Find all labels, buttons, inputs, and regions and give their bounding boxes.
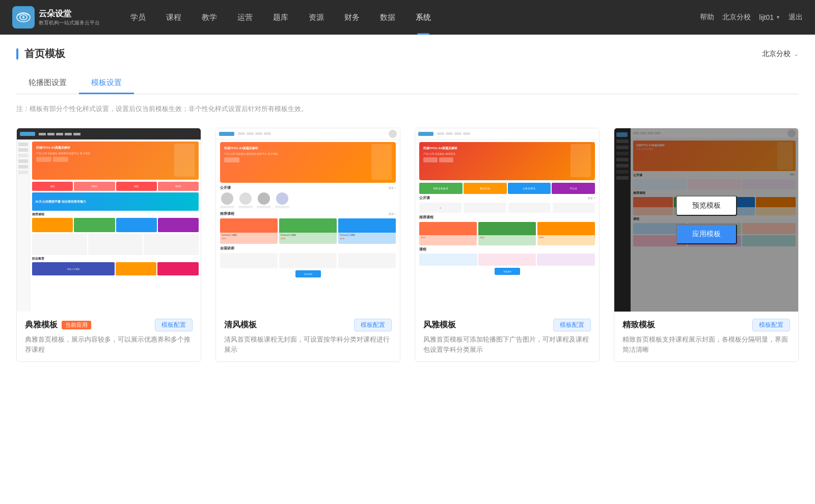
template-name-fengya: 风雅模板 — [423, 320, 456, 330]
template-info-qingfeng: 清风模板 模板配置 清风首页模板课程无封面，可设置按学科分类对课程进行展示 — [216, 312, 400, 361]
navbar-right: 帮助 北京分校 lijt01 退出 — [700, 13, 803, 22]
tab-carousel[interactable]: 轮播图设置 — [16, 73, 79, 94]
nav-teaching[interactable]: 教学 — [192, 0, 227, 35]
template-card-qingfeng[interactable]: 托福TPO1-S4真题及解析 产品·心理·Q设施化·成绩英语·体验平台·客户满意… — [215, 128, 400, 362]
template-preview-fengya: 托福TPO1-S4真题及解析 产品·心理·Q设施化·成绩英语 考研全程备 — [415, 128, 599, 312]
logo-icon — [12, 6, 35, 29]
template-card-fengya[interactable]: 托福TPO1-S4真题及解析 产品·心理·Q设施化·成绩英语 考研全程备 — [415, 128, 600, 362]
help-link[interactable]: 帮助 — [700, 13, 714, 22]
nav-courses[interactable]: 课程 — [156, 0, 192, 35]
svg-point-2 — [22, 16, 24, 18]
nav-operations[interactable]: 运营 — [227, 0, 263, 35]
template-card-jingzhi[interactable]: 托福TPO1-S4真题及解析 产品·心理·Q设施化 公开课更多 > — [614, 128, 799, 362]
template-overlay-jingzhi: 预览模板 应用模板 — [614, 128, 798, 312]
nav-data[interactable]: 数据 — [370, 0, 405, 35]
tab-template[interactable]: 模板设置 — [79, 73, 134, 94]
template-title-row-fengya: 风雅模板 模板配置 — [423, 319, 591, 331]
template-title-left-fengya: 风雅模板 — [423, 320, 456, 330]
nav-resources[interactable]: 资源 — [298, 0, 334, 35]
user-menu[interactable]: lijt01 — [759, 13, 780, 21]
logo[interactable]: 云朵设堂 教育机构一站式服务云平台 — [12, 6, 100, 29]
template-desc-fengya: 风雅首页模板可添加轮播图下广告图片，可对课程及课程包设置学科分类展示 — [423, 334, 591, 354]
navbar-nav: 学员 课程 教学 运营 题库 资源 财务 数据 系统 — [120, 0, 700, 35]
template-title-left-jingzhi: 精致模板 — [622, 320, 655, 330]
template-desc-jingzhi: 精致首页模板支持课程展示封面，各模板分隔明显，界面简洁清晰 — [622, 334, 790, 354]
nav-finance[interactable]: 财务 — [334, 0, 370, 35]
template-card-dianyan[interactable]: 托福TPO1-S4真题及解析 产品·心理·Q设施化·成绩英语·体验平台·客户满意 — [16, 128, 201, 362]
note-text: 注：模板有部分个性化样式设置，设置后仅当前模板生效；非个性化样式设置后针对所有模… — [16, 104, 799, 114]
page-title: 首页模板 — [24, 47, 65, 61]
config-button-fengya[interactable]: 模板配置 — [553, 319, 591, 331]
logo-text: 云朵设堂 教育机构一站式服务云平台 — [39, 9, 100, 26]
template-title-left-qingfeng: 清风模板 — [224, 320, 257, 330]
current-badge-dianyan: 当前应用 — [62, 321, 91, 329]
config-button-dianyan[interactable]: 模板配置 — [155, 319, 193, 331]
page-content: 首页模板 北京分校 ⌄ 轮播图设置 模板设置 注：模板有部分个性化样式设置，设置… — [0, 35, 815, 504]
branch-selector[interactable]: 北京分校 ⌄ — [762, 49, 799, 59]
config-button-jingzhi[interactable]: 模板配置 — [752, 319, 790, 331]
template-preview-qingfeng: 托福TPO1-S4真题及解析 产品·心理·Q设施化·成绩英语·体验平台·客户满意… — [216, 128, 400, 312]
template-title-left: 典雅模板 当前应用 — [25, 320, 91, 330]
page-header: 首页模板 北京分校 ⌄ — [16, 47, 799, 61]
template-title-row: 典雅模板 当前应用 模板配置 — [25, 319, 193, 331]
template-title-row-jingzhi: 精致模板 模板配置 — [622, 319, 790, 331]
template-name-dianyan: 典雅模板 — [25, 320, 58, 330]
nav-students[interactable]: 学员 — [120, 0, 156, 35]
navbar: 云朵设堂 教育机构一站式服务云平台 学员 课程 教学 运营 题库 资源 财务 数… — [0, 0, 815, 35]
chevron-down-icon: ⌄ — [794, 50, 799, 58]
template-name-qingfeng: 清风模板 — [224, 320, 257, 330]
template-preview-dianyan: 托福TPO1-S4真题及解析 产品·心理·Q设施化·成绩英语·体验平台·客户满意 — [17, 128, 201, 312]
template-info-fengya: 风雅模板 模板配置 风雅首页模板可添加轮播图下广告图片，可对课程及课程包设置学科… — [415, 312, 599, 361]
template-preview-jingzhi: 托福TPO1-S4真题及解析 产品·心理·Q设施化 公开课更多 > — [614, 128, 798, 312]
template-name-jingzhi: 精致模板 — [622, 320, 655, 330]
template-desc-qingfeng: 清风首页模板课程无封面，可设置按学科分类对课程进行展示 — [224, 334, 392, 354]
nav-questionbank[interactable]: 题库 — [263, 0, 298, 35]
template-info-jingzhi: 精致模板 模板配置 精致首页模板支持课程展示封面，各模板分隔明显，界面简洁清晰 — [614, 312, 798, 361]
template-title-row-qingfeng: 清风模板 模板配置 — [224, 319, 392, 331]
template-desc-dianyan: 典雅首页模板，展示内容较多，可以展示优惠券和多个推荐课程 — [25, 334, 193, 354]
page-title-bar — [16, 48, 18, 60]
branch-name[interactable]: 北京分校 — [722, 13, 751, 22]
template-info-dianyan: 典雅模板 当前应用 模板配置 典雅首页模板，展示内容较多，可以展示优惠券和多个推… — [17, 312, 201, 361]
config-button-qingfeng[interactable]: 模板配置 — [354, 319, 392, 331]
template-grid: 托福TPO1-S4真题及解析 产品·心理·Q设施化·成绩英语·体验平台·客户满意 — [16, 128, 799, 362]
apply-button-jingzhi[interactable]: 应用模板 — [676, 224, 737, 244]
page-title-wrap: 首页模板 — [16, 47, 65, 61]
preview-button-jingzhi[interactable]: 预览模板 — [676, 195, 737, 216]
nav-system[interactable]: 系统 — [405, 0, 441, 35]
logout-button[interactable]: 退出 — [789, 13, 803, 22]
tabs: 轮播图设置 模板设置 — [16, 73, 799, 94]
